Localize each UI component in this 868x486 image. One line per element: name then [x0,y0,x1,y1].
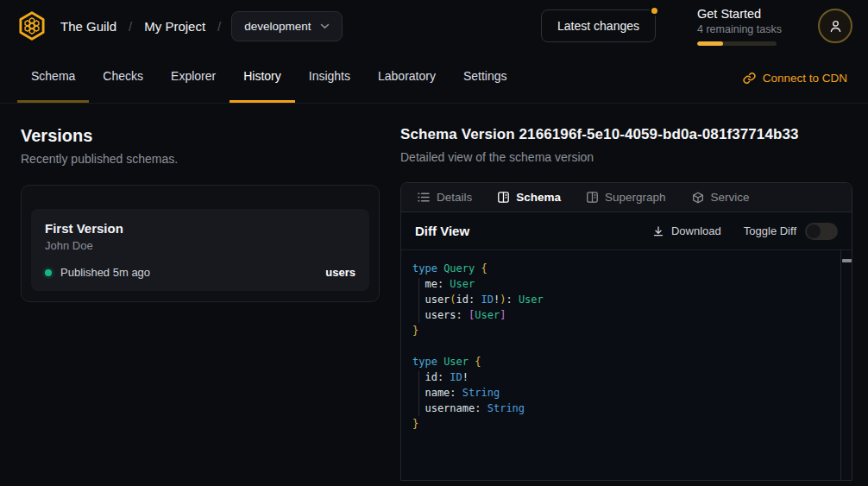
latest-changes-label: Latest changes [557,19,639,33]
tab-insights[interactable]: Insights [295,52,364,103]
indent-guide [418,371,419,416]
version-list-item[interactable]: First Version John Doe Published 5m ago … [31,209,369,291]
code-scrollbar[interactable] [840,250,852,480]
breadcrumb-separator: / [129,19,132,34]
tab-schema[interactable]: Schema [17,52,89,103]
chevron-down-icon [320,23,330,29]
tab-supergraph-label: Supergraph [605,191,666,204]
version-author: John Doe [45,239,355,252]
indent-guide [418,278,419,323]
hive-logo-icon[interactable] [16,9,48,42]
tab-laboratory[interactable]: Laboratory [364,52,450,103]
get-started-title: Get Started [697,7,780,21]
tab-details[interactable]: Details [418,191,472,204]
tab-checks[interactable]: Checks [89,52,157,103]
schema-version-detail: Details Schema [400,182,852,481]
target-nav: Schema Checks Explorer History Insights … [0,52,868,104]
app-header: The Guild / My Project / development Lat… [0,0,868,52]
breadcrumb-org[interactable]: The Guild [60,19,116,34]
link-icon [743,72,756,85]
tab-schema-view-label: Schema [516,191,561,204]
target-selector[interactable]: development [231,11,342,41]
tab-history[interactable]: History [230,52,295,103]
cube-icon [692,192,704,204]
connect-to-cdn-button[interactable]: Connect to CDN [743,52,847,104]
version-name: First Version [45,221,355,236]
diff-view-header: Diff View Download Toggle Diff [401,212,852,250]
tab-supergraph[interactable]: Supergraph [587,191,666,204]
toggle-diff-switch[interactable] [805,223,838,240]
breadcrumb-separator: / [217,19,221,34]
published-status-dot [45,269,52,276]
tab-service[interactable]: Service [692,191,750,204]
list-icon [418,192,430,203]
tab-schema-view[interactable]: Schema [498,191,561,204]
detail-tabs: Details Schema [401,183,852,212]
latest-changes-button[interactable]: Latest changes [541,9,656,42]
columns-icon [498,192,509,203]
versions-list: First Version John Doe Published 5m ago … [21,185,380,302]
target-selector-value: development [244,20,311,33]
toggle-knob [807,224,821,238]
download-label: Download [671,224,721,237]
breadcrumb: The Guild / My Project / [60,19,221,34]
download-button[interactable]: Download [652,224,721,237]
user-avatar[interactable] [818,9,852,43]
notification-dot [650,6,659,16]
versions-subtitle: Recently published schemas. [21,152,380,166]
version-meta-row: Published 5m ago users [45,266,355,279]
get-started-progressbar [697,41,777,46]
get-started-subtitle: 4 remaining tasks [697,23,780,35]
diff-actions: Download Toggle Diff [652,223,838,240]
download-icon [652,225,664,237]
get-started-widget[interactable]: Get Started 4 remaining tasks [697,7,780,46]
version-service-badge: users [325,266,355,279]
versions-title: Versions [21,126,380,146]
person-icon [828,19,843,34]
diff-view-title: Diff View [415,224,469,238]
schema-code-viewer[interactable]: type Query { me: User user(id: ID!): Use… [401,250,852,480]
toggle-diff-control: Toggle Diff [744,223,838,240]
get-started-progress-fill [697,41,723,46]
code-scrollbar-thumb[interactable] [842,259,852,262]
version-status: Published 5m ago [60,266,150,279]
schema-version-subtitle: Detailed view of the schema version [400,150,852,164]
toggle-diff-label: Toggle Diff [744,224,796,237]
versions-panel: Versions Recently published schemas. Fir… [21,126,380,302]
schema-version-title: Schema Version 2166196f-5e10-4059-bd0a-0… [400,126,852,143]
tab-service-label: Service [711,191,750,204]
tab-settings[interactable]: Settings [450,52,521,103]
code-block: type Query { me: User user(id: ID!): Use… [412,261,838,432]
columns-icon [587,192,598,203]
tab-details-label: Details [437,191,472,204]
tab-explorer[interactable]: Explorer [157,52,230,103]
connect-to-cdn-label: Connect to CDN [763,72,847,85]
schema-version-panel: Schema Version 2166196f-5e10-4059-bd0a-0… [400,126,852,481]
breadcrumb-project[interactable]: My Project [144,19,205,34]
main-content: Versions Recently published schemas. Fir… [0,104,868,486]
